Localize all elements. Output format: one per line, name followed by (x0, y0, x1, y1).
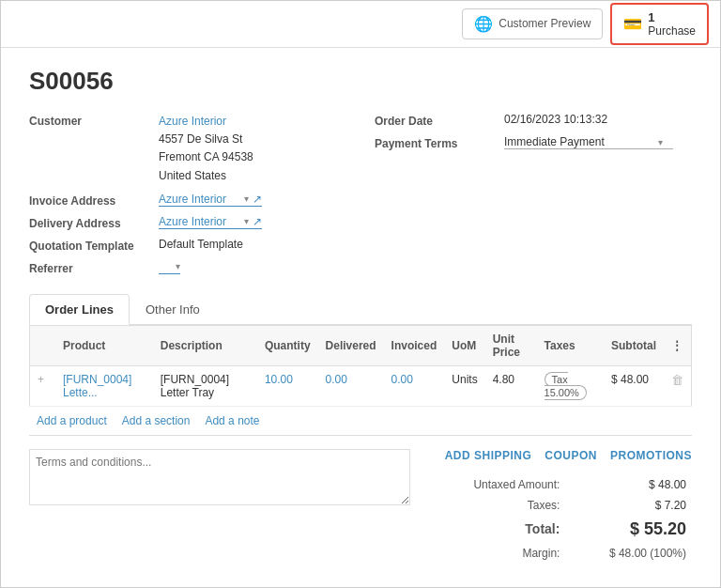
customer-name-link[interactable]: Azure Interior (159, 115, 226, 128)
col-unit-price: Unit Price (485, 325, 537, 365)
order-date-row: Order Date 02/16/2023 10:13:32 (375, 113, 692, 128)
totals-table: Untaxed Amount: $ 48.00 Taxes: $ 7.20 To… (429, 473, 692, 565)
col-description: Description (153, 325, 257, 365)
order-form: Customer Azure Interior 4557 De Silva St… (29, 113, 692, 275)
add-section-link[interactable]: Add a section (122, 414, 191, 427)
row-description: [FURN_0004] Letter Tray (153, 365, 257, 406)
payment-terms-select-wrapper: Immediate Payment ▾ (504, 135, 673, 149)
total-row: Total: $ 55.20 (431, 517, 690, 542)
delivery-address-select[interactable]: Azure Interior (159, 215, 240, 228)
total-label: Total: (431, 517, 571, 542)
delivery-address-row: Delivery Address Azure Interior ▾ ↗ (29, 215, 346, 230)
order-date-value: 02/16/2023 10:13:32 (504, 113, 607, 126)
row-product[interactable]: [FURN_0004] Lette... (55, 365, 153, 406)
topbar: 🌐 Customer Preview 💳 1 Purchase (1, 1, 720, 48)
untaxed-value: $ 48.00 (573, 475, 690, 494)
table-header-row: Product Description Quantity Delivered I… (30, 325, 692, 365)
payment-terms-arrow: ▾ (658, 137, 663, 147)
table-row: + [FURN_0004] Lette... [FURN_0004] Lette… (30, 365, 692, 406)
add-row-links: Add a product Add a section Add a note (29, 407, 692, 436)
add-product-link[interactable]: Add a product (37, 414, 107, 427)
invoice-address-select[interactable]: Azure Interior (159, 193, 240, 206)
untaxed-label: Untaxed Amount: (431, 475, 571, 494)
terms-textarea[interactable] (29, 449, 410, 505)
customer-row: Customer Azure Interior 4557 De Silva St… (29, 113, 346, 185)
quotation-template-value: Default Template (159, 238, 243, 251)
order-id: S00056 (29, 67, 692, 96)
customer-address-3: United States (159, 167, 253, 185)
invoice-address-external-link[interactable]: ↗ (253, 193, 262, 206)
col-taxes: Taxes (537, 325, 604, 365)
payment-terms-label: Payment Terms (375, 135, 497, 150)
row-subtotal: $ 48.00 (604, 365, 664, 406)
promotions-link[interactable]: PROMOTIONS (610, 449, 692, 462)
delivery-address-arrow: ▾ (244, 216, 249, 226)
row-taxes: Tax 15.00% (537, 365, 604, 406)
order-lines-table: Product Description Quantity Delivered I… (29, 325, 692, 407)
tab-order-lines[interactable]: Order Lines (29, 294, 130, 325)
row-quantity[interactable]: 10.00 (257, 365, 318, 406)
tab-other-info[interactable]: Other Info (130, 294, 216, 324)
purchase-count: 1 (648, 10, 696, 25)
purchase-label: Purchase (648, 24, 696, 38)
untaxed-row: Untaxed Amount: $ 48.00 (431, 475, 690, 494)
taxes-label: Taxes: (431, 496, 571, 515)
col-actions: ⋮ (664, 325, 692, 365)
referrer-select-wrapper: ▾ (159, 260, 180, 274)
margin-row: Margin: $ 48.00 (100%) (431, 544, 690, 563)
customer-address-2: Fremont CA 94538 (159, 148, 253, 166)
customer-preview-button[interactable]: 🌐 Customer Preview (462, 8, 603, 39)
invoice-address-label: Invoice Address (29, 193, 151, 208)
margin-value: $ 48.00 (100%) (573, 544, 690, 563)
col-subtotal: Subtotal (604, 325, 664, 365)
terms-area (29, 449, 410, 508)
customer-label: Customer (29, 113, 151, 128)
tabs-bar: Order Lines Other Info (29, 294, 692, 325)
referrer-label: Referrer (29, 260, 151, 275)
row-plus: + (30, 365, 56, 406)
referrer-select[interactable] (159, 260, 172, 273)
totals-section: ADD SHIPPING COUPON PROMOTIONS Untaxed A… (429, 449, 692, 565)
tax-badge[interactable]: Tax 15.00% (545, 372, 587, 400)
col-invoiced: Invoiced (384, 325, 445, 365)
delivery-address-select-wrapper: Azure Interior ▾ ↗ (159, 215, 262, 229)
row-delivered[interactable]: 0.00 (318, 365, 384, 406)
payment-terms-select[interactable]: Immediate Payment (504, 135, 654, 148)
globe-icon: 🌐 (474, 15, 493, 33)
total-value: $ 55.20 (573, 517, 690, 542)
referrer-row: Referrer ▾ (29, 260, 346, 275)
invoice-address-select-wrapper: Azure Interior ▾ ↗ (159, 193, 262, 207)
quotation-template-row: Quotation Template Default Template (29, 238, 346, 253)
action-links: ADD SHIPPING COUPON PROMOTIONS (429, 449, 692, 462)
add-note-link[interactable]: Add a note (205, 414, 259, 427)
customer-value: Azure Interior 4557 De Silva St Fremont … (159, 113, 253, 185)
invoice-address-row: Invoice Address Azure Interior ▾ ↗ (29, 193, 346, 208)
delivery-address-label: Delivery Address (29, 215, 151, 230)
content-area: S00056 Customer Azure Interior 4557 De S… (1, 48, 720, 587)
col-product: Product (55, 325, 153, 365)
customer-preview-label: Customer Preview (499, 17, 591, 30)
row-delete[interactable]: 🗑 (664, 365, 692, 406)
add-shipping-link[interactable]: ADD SHIPPING (445, 449, 532, 462)
purchase-button[interactable]: 💳 1 Purchase (610, 3, 709, 46)
row-uom: Units (444, 365, 484, 406)
payment-terms-row: Payment Terms Immediate Payment ▾ (375, 135, 692, 150)
quotation-template-label: Quotation Template (29, 238, 151, 253)
referrer-arrow: ▾ (176, 261, 180, 271)
invoice-address-arrow: ▾ (244, 193, 249, 204)
taxes-value: $ 7.20 (573, 496, 690, 515)
col-quantity: Quantity (257, 325, 318, 365)
purchase-icon: 💳 (623, 15, 642, 33)
col-delivered: Delivered (318, 325, 384, 365)
order-date-label: Order Date (375, 113, 497, 128)
taxes-row: Taxes: $ 7.20 (431, 496, 690, 515)
coupon-link[interactable]: COUPON (545, 449, 597, 462)
row-unit-price[interactable]: 4.80 (485, 365, 537, 406)
col-uom: UoM (444, 325, 484, 365)
margin-label: Margin: (431, 544, 571, 563)
customer-address-1: 4557 De Silva St (159, 131, 253, 148)
row-invoiced: 0.00 (384, 365, 445, 406)
main-window: 🌐 Customer Preview 💳 1 Purchase S00056 C… (0, 0, 721, 588)
bottom-section: ADD SHIPPING COUPON PROMOTIONS Untaxed A… (29, 436, 692, 565)
delivery-address-external-link[interactable]: ↗ (253, 215, 262, 228)
